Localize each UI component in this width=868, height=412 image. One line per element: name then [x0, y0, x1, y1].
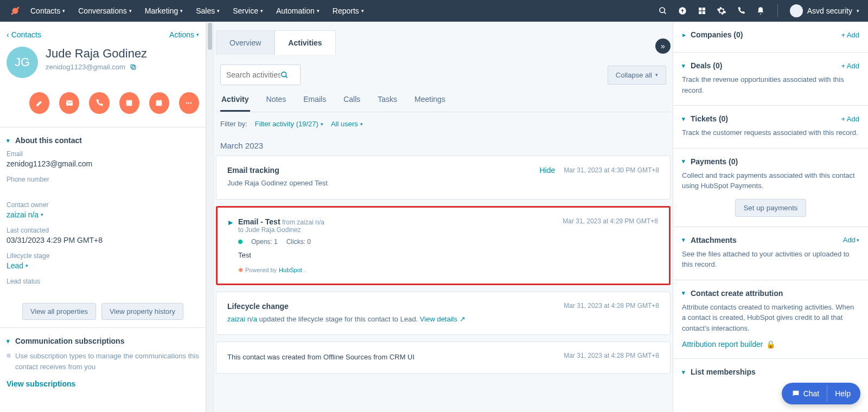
search-input[interactable]: [226, 70, 280, 79]
lifecycle-user-link[interactable]: zaizai n/a: [227, 315, 257, 323]
add-ticket-link[interactable]: + Add: [841, 115, 859, 123]
list-memberships-header[interactable]: ▾List memberships: [682, 368, 756, 376]
add-attachment-link[interactable]: Add ▾: [843, 236, 859, 244]
expand-panel-button[interactable]: »: [655, 38, 671, 54]
filter-activity-dropdown[interactable]: Filter activity (19/27)▾: [255, 120, 323, 128]
call-action-button[interactable]: [89, 92, 109, 114]
nav-automation[interactable]: Automation▾: [276, 7, 320, 15]
add-company-link[interactable]: + Add: [841, 31, 859, 39]
note-action-button[interactable]: [29, 92, 49, 114]
add-deal-link[interactable]: + Add: [841, 62, 859, 70]
nav-conversations[interactable]: Conversations▾: [78, 7, 132, 15]
prop-email-value[interactable]: zenidog1123@gmail.com: [7, 159, 199, 168]
view-property-history-button[interactable]: View property history: [101, 303, 183, 320]
chevron-right-icon[interactable]: ▶: [228, 219, 233, 274]
view-all-properties-button[interactable]: View all properties: [22, 303, 96, 320]
svg-point-20: [188, 102, 190, 104]
card-body: This contact was created from Offline So…: [227, 352, 414, 363]
subtab-activity[interactable]: Activity: [220, 95, 250, 112]
email-card[interactable]: ▶ Email - Test from zaizai n/a to Jude R…: [216, 206, 671, 285]
collapse-all-button[interactable]: Collapse all▾: [608, 66, 666, 85]
svg-rect-9: [702, 8, 705, 10]
prop-lastcontacted-value: 03/31/2023 4:29 PM GMT+8: [7, 236, 199, 244]
about-section-header[interactable]: ▾About this contact: [0, 127, 206, 150]
svg-line-23: [285, 76, 287, 78]
prop-email-label: Email: [7, 150, 199, 158]
nav-sales[interactable]: Sales▾: [196, 7, 220, 15]
prop-lifecycle-value[interactable]: Lead▾: [7, 261, 199, 270]
nav-marketing[interactable]: Marketing▾: [145, 7, 183, 15]
tickets-section-header[interactable]: ▾Tickets (0): [682, 114, 728, 123]
hubspot-logo-icon[interactable]: [9, 4, 22, 17]
svg-point-5: [660, 8, 665, 12]
clicks-stat: Clicks: 0: [286, 238, 311, 246]
svg-rect-11: [702, 11, 705, 14]
tab-overview[interactable]: Overview: [216, 30, 275, 55]
log-action-button[interactable]: [119, 92, 139, 114]
task-action-button[interactable]: [149, 92, 169, 114]
actions-dropdown[interactable]: Actions▾: [169, 30, 199, 39]
svg-point-22: [282, 72, 286, 76]
created-card[interactable]: This contact was created from Offline So…: [216, 342, 671, 374]
svg-rect-15: [126, 100, 132, 106]
view-subscriptions-link[interactable]: View subscriptions: [0, 372, 206, 396]
email-action-button[interactable]: [59, 92, 79, 114]
search-icon[interactable]: [658, 6, 668, 16]
nav-reports[interactable]: Reports▾: [333, 7, 364, 15]
search-icon[interactable]: [280, 71, 289, 79]
top-nav: Contacts▾ Conversations▾ Marketing▾ Sale…: [0, 0, 868, 22]
subtab-notes[interactable]: Notes: [265, 95, 288, 112]
center-panel: Overview Activities » Collapse all▾ Acti…: [214, 22, 673, 412]
svg-rect-14: [66, 100, 73, 105]
copy-icon[interactable]: [130, 63, 137, 70]
hide-link[interactable]: Hide: [539, 166, 555, 175]
back-to-contacts[interactable]: ‹Contacts: [7, 30, 41, 39]
subtab-emails[interactable]: Emails: [302, 95, 327, 112]
svg-rect-8: [699, 8, 701, 10]
email-tracking-card[interactable]: Email tracking Jude Raja Godinez opened …: [216, 156, 671, 199]
notifications-icon[interactable]: [756, 6, 765, 16]
subtab-calls[interactable]: Calls: [342, 95, 361, 112]
lifecycle-card[interactable]: Lifecycle change zaizai n/a updated the …: [216, 292, 671, 336]
subtab-tasks[interactable]: Tasks: [376, 95, 398, 112]
contact-avatar: JG: [7, 47, 38, 78]
prop-lastcontacted-label: Last contacted: [7, 227, 199, 234]
chat-button[interactable]: Chat: [784, 385, 827, 402]
attribution-report-link[interactable]: Attribution report builder🔒: [682, 340, 775, 349]
account-menu[interactable]: Asvd security ▾: [790, 4, 859, 17]
search-activities[interactable]: [220, 65, 301, 85]
more-action-button[interactable]: [179, 92, 199, 114]
view-details-link[interactable]: View details ↗: [420, 315, 465, 323]
comm-subs-header[interactable]: ▾Communication subscriptions: [0, 327, 206, 351]
subtab-meetings[interactable]: Meetings: [413, 95, 446, 112]
chat-icon: [792, 389, 800, 398]
calling-icon[interactable]: [736, 6, 746, 16]
card-timestamp: Mar 31, 2023 at 4:28 PM GMT+8: [564, 302, 659, 310]
upgrade-icon[interactable]: [678, 6, 687, 16]
prop-owner-value[interactable]: zaizai n/a▾: [7, 210, 199, 219]
prop-phone-label: Phone number: [7, 176, 199, 183]
marketplace-icon[interactable]: [697, 6, 707, 16]
opens-stat: Opens: 1: [251, 238, 278, 246]
svg-line-6: [664, 12, 666, 14]
help-button[interactable]: Help: [827, 385, 858, 402]
svg-rect-12: [132, 66, 136, 69]
settings-icon[interactable]: [717, 6, 726, 16]
attribution-section-header[interactable]: ▾Contact create attribution: [682, 289, 783, 298]
tab-activities[interactable]: Activities: [275, 30, 335, 55]
companies-section-header[interactable]: ▾Companies (0): [682, 30, 743, 39]
filter-users-dropdown[interactable]: All users▾: [331, 120, 363, 128]
email-body: Test: [238, 250, 324, 261]
attachments-section-header[interactable]: ▾Attachments: [682, 236, 737, 244]
setup-payments-button[interactable]: Set up payments: [735, 199, 806, 217]
nav-service[interactable]: Service▾: [233, 7, 263, 15]
nav-menu: Contacts▾ Conversations▾ Marketing▾ Sale…: [30, 7, 658, 15]
left-panel: ‹Contacts Actions▾ JG Jude Raja Godinez …: [0, 22, 206, 412]
prop-phone-value[interactable]: [7, 185, 199, 194]
chat-help-widget[interactable]: Chat Help: [782, 383, 860, 404]
prop-leadstatus-value[interactable]: [7, 287, 199, 295]
left-scrollbar[interactable]: [206, 22, 214, 412]
payments-section-header[interactable]: ▾Payments (0): [682, 157, 738, 166]
deals-section-header[interactable]: ▾Deals (0): [682, 61, 722, 70]
nav-contacts[interactable]: Contacts▾: [30, 7, 65, 15]
